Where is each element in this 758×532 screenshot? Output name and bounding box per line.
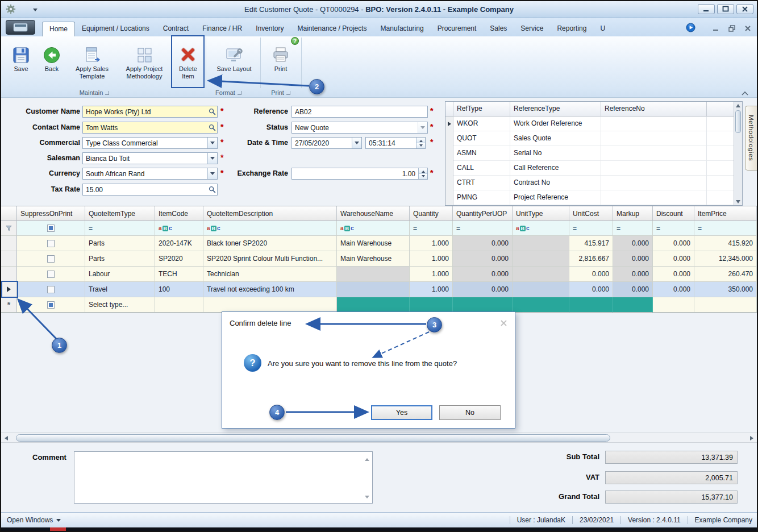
reference-grid-row[interactable]: CALLCall Reference: [445, 161, 742, 176]
cell-quoteitemtype[interactable]: Travel: [85, 282, 155, 297]
reftype-cell[interactable]: WKOR: [453, 117, 510, 131]
scroll-down-button[interactable]: [735, 198, 742, 205]
tab-finance-hr[interactable]: Finance / HR: [195, 22, 249, 36]
referencetype-cell[interactable]: Serial No: [510, 146, 601, 161]
reftype-cell[interactable]: PMNG: [453, 190, 510, 205]
yes-button[interactable]: Yes: [371, 405, 432, 420]
tab-reporting[interactable]: Reporting: [550, 22, 593, 36]
cell-itemcode[interactable]: [155, 297, 203, 313]
currency-dropdown[interactable]: South African Rand: [82, 168, 218, 180]
cell-quoteitemdescription[interactable]: SP2020 Sprint Colour Multi Function...: [203, 251, 337, 267]
ribbon-collapse-button[interactable]: [741, 90, 749, 97]
referenceno-cell[interactable]: [601, 190, 707, 205]
dialog-launcher-icon[interactable]: [238, 91, 241, 95]
delete-item-button[interactable]: Delete Item: [173, 38, 203, 80]
referenceno-cell[interactable]: [601, 161, 707, 176]
cell-unittype[interactable]: [513, 282, 569, 297]
minimize-button[interactable]: [698, 4, 715, 14]
salesman-dropdown[interactable]: Bianca Du Toit: [82, 152, 218, 164]
column-header-quoteitemdescription[interactable]: QuoteItemDescription: [203, 206, 337, 221]
scroll-left-button[interactable]: [2, 434, 10, 442]
column-header-reftype[interactable]: RefType: [453, 102, 510, 117]
cell-itemprice[interactable]: 415.920: [694, 236, 757, 251]
referencetype-cell[interactable]: Call Reference: [510, 161, 601, 176]
item-row[interactable]: PartsSP2020SP2020 Sprint Colour Multi Fu…: [1, 251, 757, 267]
cell-itemcode[interactable]: 100: [155, 282, 203, 297]
save-button[interactable]: Save: [8, 38, 34, 73]
cell-unitcost[interactable]: 0.000: [569, 282, 613, 297]
cell-discount[interactable]: 0.000: [653, 267, 694, 282]
cell-quantityperuop[interactable]: 0.000: [453, 282, 513, 297]
reference-grid-scrollbar[interactable]: [734, 102, 742, 205]
customer-name-field[interactable]: Hope Works (Pty) Ltd: [82, 106, 218, 118]
tab-equipment-locations[interactable]: Equipment / Locations: [75, 22, 156, 36]
filter-cell-unitcost[interactable]: =: [569, 221, 613, 236]
cell-unitcost[interactable]: 0.000: [569, 267, 613, 282]
app-menu-button[interactable]: [6, 20, 35, 35]
cell-itemprice[interactable]: 12,345.000: [694, 251, 757, 267]
apply-sales-template-button[interactable]: Apply Sales Template: [68, 38, 116, 80]
cell-quantity[interactable]: 1.000: [410, 267, 453, 282]
column-header-discount[interactable]: Discount: [653, 206, 694, 221]
tab-maintenance-projects[interactable]: Maintenance / Projects: [291, 22, 374, 36]
filter-cell-warehousename[interactable]: aBc: [337, 221, 410, 236]
cell-warehousename[interactable]: [337, 297, 410, 313]
item-row[interactable]: Travel100Travel not exceeding 100 km1.00…: [1, 282, 757, 297]
column-header-quoteitemtype[interactable]: QuoteItemType: [85, 206, 155, 221]
cell-quoteitemdescription[interactable]: Travel not exceeding 100 km: [203, 282, 337, 297]
cell-unitcost[interactable]: [569, 297, 613, 313]
reftype-cell[interactable]: QUOT: [453, 131, 510, 146]
tab-inventory[interactable]: Inventory: [249, 22, 290, 36]
tab-sales[interactable]: Sales: [483, 22, 514, 36]
cell-warehousename[interactable]: Main Warehouse: [337, 251, 410, 267]
tab-contract[interactable]: Contract: [156, 22, 195, 36]
cell-quantityperuop[interactable]: 0.000: [453, 236, 513, 251]
search-icon[interactable]: [207, 186, 217, 193]
maximize-button[interactable]: [717, 4, 734, 14]
column-header-quantityperuop[interactable]: QuantityPerUOP: [453, 206, 513, 221]
contact-name-field[interactable]: Tom Watts: [82, 122, 218, 134]
tab-methodologies[interactable]: Methodologies: [745, 106, 757, 171]
column-header-quantity[interactable]: Quantity: [410, 206, 453, 221]
scroll-up-button[interactable]: [735, 102, 742, 109]
referenceno-cell[interactable]: [601, 131, 707, 146]
item-row[interactable]: LabourTECHTechnician1.0000.0000.0000.000…: [1, 267, 757, 282]
column-header-warehousename[interactable]: WarehouseName: [337, 206, 410, 221]
dialog-launcher-icon[interactable]: [105, 91, 109, 95]
date-field[interactable]: 27/05/2020: [291, 137, 362, 149]
time-field[interactable]: 05:31:14: [365, 137, 426, 149]
scroll-up-icon[interactable]: [365, 456, 369, 461]
referenceno-cell[interactable]: [601, 176, 707, 190]
reftype-cell[interactable]: CTRT: [453, 176, 510, 190]
cell-unittype[interactable]: [513, 297, 569, 313]
column-header-referenceno[interactable]: ReferenceNo: [601, 102, 707, 117]
cell-warehousename[interactable]: [337, 282, 410, 297]
search-icon[interactable]: [207, 108, 217, 115]
chevron-down-icon[interactable]: [207, 153, 217, 164]
cell-unittype[interactable]: [513, 251, 569, 267]
status-dropdown[interactable]: New Quote: [291, 122, 428, 134]
commercial-dropdown[interactable]: Type Class Commercial: [82, 137, 218, 149]
cell-discount[interactable]: 0.000: [653, 282, 694, 297]
cell-quoteitemdescription[interactable]: Black toner SP2020: [203, 236, 337, 251]
reference-grid-row[interactable]: ASMNSerial No: [445, 146, 742, 161]
exchange-rate-field[interactable]: 1.00: [291, 168, 428, 180]
cell-discount[interactable]: 0.000: [653, 251, 694, 267]
cell-warehousename[interactable]: Main Warehouse: [337, 236, 410, 251]
comment-textarea[interactable]: [74, 451, 373, 504]
cell-discount[interactable]: [653, 297, 694, 313]
scroll-down-icon[interactable]: [365, 496, 369, 501]
exchange-rate-spinner[interactable]: [418, 168, 427, 179]
search-icon[interactable]: [207, 124, 217, 131]
column-header-itemprice[interactable]: ItemPrice: [694, 206, 757, 221]
filter-cell-markup[interactable]: =: [613, 221, 653, 236]
close-button[interactable]: [736, 4, 753, 14]
cell-itemprice[interactable]: 350.000: [694, 282, 757, 297]
cell-quantityperuop[interactable]: 0.000: [453, 251, 513, 267]
horizontal-scrollbar[interactable]: [1, 433, 757, 443]
new-item-row[interactable]: *Select type...: [1, 297, 757, 313]
cell-suppressonprint[interactable]: [17, 282, 85, 297]
column-header-suppressonprint[interactable]: SuppressOnPrint: [17, 206, 85, 221]
column-header-unittype[interactable]: UnitType: [513, 206, 569, 221]
no-button[interactable]: No: [439, 405, 501, 420]
